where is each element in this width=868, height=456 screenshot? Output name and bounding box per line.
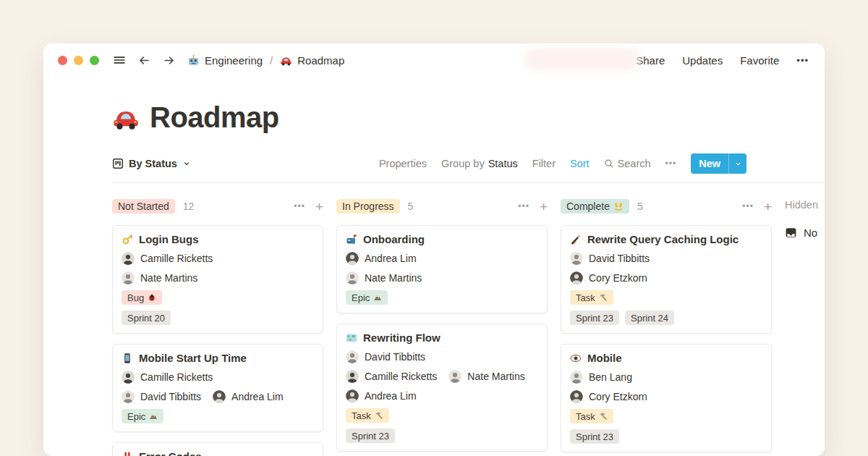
history-nav [135, 51, 177, 69]
toolbar-search[interactable]: Search [604, 158, 651, 169]
card[interactable]: MobileBen LangCory EtzkornTaskSprint 23 [561, 344, 772, 452]
view-switcher[interactable]: By Status [112, 158, 191, 169]
toolbar-view-options[interactable]: ••• [665, 159, 677, 169]
person: Camille Ricketts [122, 252, 213, 265]
tag: Sprint 24 [625, 311, 674, 325]
favorite-button[interactable]: Favorite [740, 54, 779, 67]
card-people-row: Nate Martins [122, 271, 314, 284]
column-add-button[interactable]: + [315, 200, 323, 214]
eye-icon [570, 352, 582, 364]
avatar [570, 390, 583, 403]
toolbar-sort[interactable]: Sort [570, 158, 590, 169]
view-toolbar-wrap: By Status PropertiesGroup by StatusFilte… [112, 153, 825, 183]
tag-label: Task [576, 411, 595, 422]
zoom-window-button[interactable] [90, 56, 99, 65]
card-people-row: David TibbittsAndrea Lim [122, 390, 314, 403]
person: Camille Ricketts [346, 370, 437, 383]
card-tag-row: Sprint 23 [570, 429, 762, 444]
share-button[interactable]: Share [636, 54, 665, 67]
card-people-row: Camille Ricketts [122, 252, 314, 265]
card-people-row: Camille RickettsNate Martins [346, 370, 538, 383]
tag: Sprint 23 [346, 428, 395, 443]
avatar [122, 271, 135, 284]
view-toolbar: By Status PropertiesGroup by StatusFilte… [112, 153, 746, 174]
search-icon [604, 159, 614, 169]
toolbar-search-label: Search [618, 158, 651, 169]
minimize-window-button[interactable] [74, 56, 83, 65]
card[interactable]: Mobile Start Up TimeCamille RickettsDavi… [112, 344, 323, 432]
toolbar-group-by-prefix: Group by [441, 158, 485, 169]
updates-button[interactable]: Updates [682, 54, 723, 67]
back-arrow-icon[interactable] [135, 51, 153, 69]
mountain-icon [373, 293, 382, 302]
new-button-dropdown[interactable] [728, 153, 746, 174]
avatar [570, 252, 583, 265]
person-name: Ben Lang [589, 371, 632, 383]
card-tag-row: Task [570, 290, 762, 305]
new-button-label[interactable]: New [691, 153, 728, 174]
card[interactable]: Login BugsCamille RickettsNate MartinsBu… [112, 225, 323, 334]
tag-label: Epic [352, 292, 370, 303]
card-title-text: Error Codes [139, 450, 202, 456]
column-header: Not Started12•••+ [112, 198, 323, 215]
tag: Sprint 23 [570, 311, 619, 325]
red-car-icon[interactable] [112, 104, 140, 132]
card-people-row: Camille Ricketts [122, 371, 314, 384]
person-name: Andrea Lim [231, 391, 284, 402]
column-status-label: Complete [566, 200, 610, 212]
toolbar-group-by[interactable]: Group by Status [441, 158, 518, 169]
person-name: Camille Ricketts [365, 371, 437, 382]
card-tag-row: Bug [122, 290, 314, 305]
card-tag-row: Task [346, 408, 538, 423]
person-name: Cory Etzkorn [589, 391, 647, 402]
avatar [570, 271, 583, 284]
column-add-button[interactable]: + [540, 200, 548, 214]
person: Cory Etzkorn [570, 390, 647, 403]
traffic-lights [58, 56, 99, 65]
card-title: Mobile Start Up Time [122, 352, 314, 364]
sidebar-menu-icon[interactable] [111, 51, 128, 69]
breadcrumb-separator: / [270, 54, 273, 67]
hidden-group-no-status[interactable]: No [785, 227, 825, 239]
forward-arrow-icon[interactable] [160, 51, 177, 69]
person-name: Camille Ricketts [140, 253, 213, 264]
tag: Task [570, 290, 613, 305]
toolbar-properties[interactable]: Properties [379, 158, 427, 169]
person: David Tibbitts [346, 350, 425, 363]
card[interactable]: Rewriting FlowDavid TibbittsCamille Rick… [336, 324, 548, 452]
person-name: David Tibbitts [365, 351, 425, 363]
new-button[interactable]: New [691, 153, 746, 174]
person: David Tibbitts [122, 390, 201, 403]
card-people-row: Cory Etzkorn [570, 390, 762, 403]
column-cards: OnboardingAndrea LimNate MartinsEpicRewr… [336, 225, 548, 452]
column-status-badge: Not Started [112, 199, 175, 214]
column-header: Complete5•••+ [561, 198, 772, 215]
person: Andrea Lim [213, 390, 284, 403]
column-count: 5 [408, 200, 414, 212]
close-window-button[interactable] [58, 56, 67, 65]
column-tools: •••+ [294, 200, 323, 214]
breadcrumb-page[interactable]: Roadmap [280, 54, 344, 67]
card-tag-row: Sprint 23 [346, 428, 538, 443]
column-more-button[interactable]: ••• [294, 201, 305, 211]
column-more-button[interactable]: ••• [518, 201, 529, 211]
card-title-text: Rewriting Flow [363, 332, 441, 344]
person: Ben Lang [570, 371, 632, 384]
card-tag-row: Epic [122, 409, 314, 423]
hidden-columns-label[interactable]: Hidden [785, 199, 825, 211]
more-button[interactable]: ••• [796, 55, 809, 66]
card[interactable]: Error Codes [112, 442, 323, 456]
column-add-button[interactable]: + [764, 200, 772, 214]
avatar [346, 370, 359, 383]
breadcrumb-workspace[interactable]: Engineering [187, 54, 263, 67]
redacted-blur [524, 48, 640, 70]
board-icon [112, 158, 124, 169]
card-title-text: Login Bugs [139, 233, 199, 245]
column-count: 12 [183, 200, 195, 212]
card-title: Error Codes [122, 450, 314, 456]
card[interactable]: Rewrite Query Caching LogicDavid Tibbitt… [561, 225, 772, 334]
toolbar-filter[interactable]: Filter [532, 158, 556, 169]
card-people-row: Nate Martins [346, 271, 538, 284]
card[interactable]: OnboardingAndrea LimNate MartinsEpic [336, 225, 548, 313]
column-more-button[interactable]: ••• [742, 201, 754, 211]
